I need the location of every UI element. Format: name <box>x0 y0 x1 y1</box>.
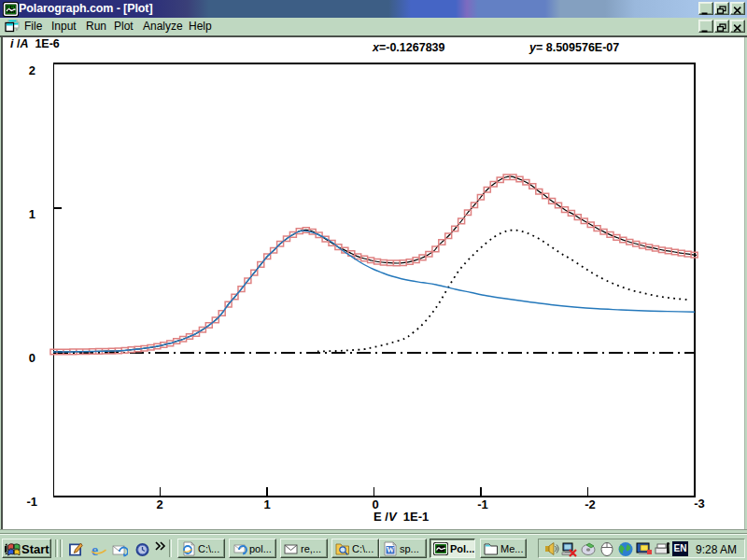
svg-text:E /V 1E-1: E /V 1E-1 <box>374 510 429 524</box>
svg-text:i /A 1E-6: i /A 1E-6 <box>10 37 60 50</box>
svg-text:1: 1 <box>29 207 35 221</box>
svg-text:W: W <box>387 545 395 554</box>
svg-text:2: 2 <box>29 63 35 77</box>
svg-text:1: 1 <box>263 497 270 511</box>
svg-text:y= 8.509576E-07: y= 8.509576E-07 <box>529 41 619 54</box>
svg-text:-2: -2 <box>585 497 596 511</box>
svg-text:2: 2 <box>156 497 162 511</box>
svg-text:x=-0.1267839: x=-0.1267839 <box>372 41 445 54</box>
svg-text:0: 0 <box>29 351 35 365</box>
svg-text:-1: -1 <box>26 495 37 509</box>
svg-text:-1: -1 <box>477 497 488 511</box>
svg-text:e: e <box>92 542 98 557</box>
svg-text:-3: -3 <box>694 497 705 511</box>
